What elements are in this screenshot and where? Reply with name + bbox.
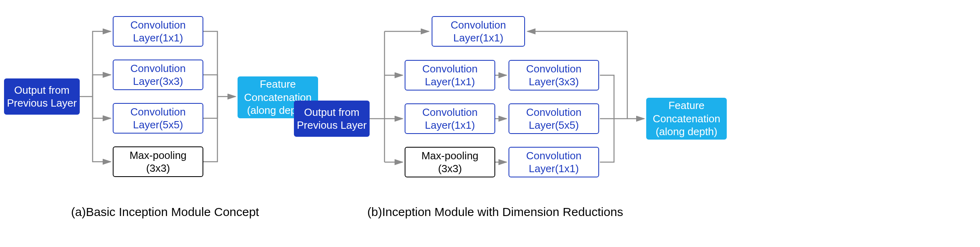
branch-a-0-line2: Layer(1x1) <box>133 31 183 45</box>
col2-b-1-line1: Convolution <box>526 106 581 119</box>
col2-b-2-line1: Convolution <box>526 149 581 163</box>
branch-a-3-line1: Max-pooling <box>130 149 187 162</box>
col1-b-2: Max-pooling (3x3) <box>405 147 495 177</box>
input-b-line1: Output from <box>304 106 359 119</box>
branch-a-3: Max-pooling (3x3) <box>113 146 203 177</box>
input-b-line2: Previous Layer <box>297 119 366 132</box>
col1-b-1-line1: Convolution <box>422 106 478 119</box>
col2-b-2-line2: Layer(1x1) <box>529 162 579 175</box>
col1-b-2-line1: Max-pooling <box>422 149 479 163</box>
col1-b-0-line1: Convolution <box>422 62 478 76</box>
branch-a-3-line2: (3x3) <box>146 162 170 175</box>
top-block-b: Convolution Layer(1x1) <box>432 16 525 47</box>
top-b-line2: Layer(1x1) <box>453 31 503 45</box>
branch-a-1-line1: Convolution <box>130 62 186 75</box>
col1-b-1: Convolution Layer(1x1) <box>405 103 495 134</box>
col2-b-1-line2: Layer(5x5) <box>529 119 579 132</box>
col2-b-1: Convolution Layer(5x5) <box>509 103 599 134</box>
output-block-b: Feature Concatenation (along depth) <box>646 98 727 140</box>
input-block-b: Output from Previous Layer <box>294 101 370 137</box>
branch-a-0: Convolution Layer(1x1) <box>113 16 203 47</box>
input-block-a: Output from Previous Layer <box>4 78 80 115</box>
output-b-line3: (along depth) <box>655 125 717 138</box>
branch-a-2-line2: Layer(5x5) <box>133 118 183 132</box>
caption-b: (b)Inception Module with Dimension Reduc… <box>354 205 636 219</box>
branch-a-1: Convolution Layer(3x3) <box>113 60 203 90</box>
branch-a-1-line2: Layer(3x3) <box>133 75 183 88</box>
col1-b-0: Convolution Layer(1x1) <box>405 60 495 91</box>
branch-a-2: Convolution Layer(5x5) <box>113 103 203 134</box>
output-b-line1: Feature <box>668 99 705 112</box>
col1-b-2-line2: (3x3) <box>438 162 462 175</box>
branch-a-2-line1: Convolution <box>130 105 186 119</box>
col1-b-1-line2: Layer(1x1) <box>425 119 475 132</box>
col1-b-0-line2: Layer(1x1) <box>425 75 475 89</box>
col2-b-0: Convolution Layer(3x3) <box>509 60 599 91</box>
input-a-line1: Output from <box>14 84 69 97</box>
output-b-line2: Concatenation <box>653 112 720 126</box>
col2-b-2: Convolution Layer(1x1) <box>509 147 599 177</box>
top-b-line1: Convolution <box>451 19 506 32</box>
col2-b-0-line1: Convolution <box>526 62 581 76</box>
branch-a-0-line1: Convolution <box>130 19 186 32</box>
col2-b-0-line2: Layer(3x3) <box>529 75 579 89</box>
caption-a: (a)Basic Inception Module Concept <box>68 205 262 219</box>
output-a-line1: Feature <box>260 78 296 91</box>
input-a-line2: Previous Layer <box>7 97 76 110</box>
